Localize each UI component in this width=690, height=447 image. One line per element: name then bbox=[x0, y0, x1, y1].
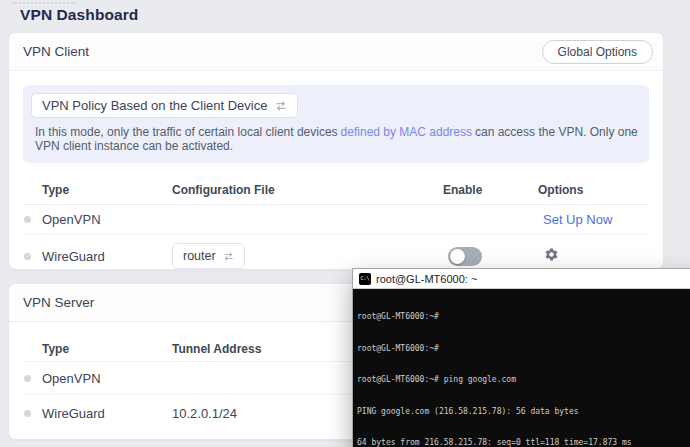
vpn-type-label: OpenVPN bbox=[42, 212, 172, 227]
terminal-line: PING google.com (216.58.215.78): 56 data… bbox=[357, 407, 690, 418]
col-options: Options bbox=[538, 183, 649, 197]
table-row-openvpn-client: OpenVPN Set Up Now bbox=[23, 205, 649, 235]
config-file-name: router bbox=[183, 249, 216, 263]
terminal-line: root@GL-MT6000:~# ping google.com bbox=[357, 375, 690, 386]
global-options-button[interactable]: Global Options bbox=[542, 40, 653, 64]
status-dot bbox=[24, 375, 31, 382]
toggle-knob bbox=[450, 249, 465, 264]
vpn-policy-info-box: VPN Policy Based on the Client Device In… bbox=[23, 85, 649, 163]
mac-address-link[interactable]: defined by MAC address bbox=[341, 125, 472, 139]
col-type: Type bbox=[42, 342, 172, 356]
col-enable: Enable bbox=[443, 183, 538, 197]
vpn-type-label: WireGuard bbox=[42, 249, 172, 264]
swap-icon bbox=[223, 251, 234, 262]
vpn-policy-label: VPN Policy Based on the Client Device bbox=[42, 98, 267, 113]
vpn-client-title: VPN Client bbox=[23, 44, 89, 59]
terminal-output[interactable]: root@GL-MT6000:~# root@GL-MT6000:~# root… bbox=[353, 289, 690, 447]
vpn-policy-selector-button[interactable]: VPN Policy Based on the Client Device bbox=[31, 93, 298, 118]
vpn-type-label: OpenVPN bbox=[42, 371, 172, 386]
set-up-now-link[interactable]: Set Up Now bbox=[538, 212, 649, 227]
cmd-icon: C:\ bbox=[359, 273, 371, 285]
vpn-client-card: VPN Client Global Options VPN Policy Bas… bbox=[8, 32, 664, 270]
status-dot bbox=[24, 253, 31, 260]
vpn-client-table: Type Configuration File Enable Options O… bbox=[23, 175, 649, 277]
vpn-client-card-header: VPN Client Global Options bbox=[9, 33, 663, 71]
terminal-titlebar[interactable]: C:\ root@GL-MT6000: ~ bbox=[353, 269, 690, 289]
gear-icon bbox=[544, 247, 559, 262]
config-file-selector-button[interactable]: router bbox=[172, 243, 245, 269]
page-title: VPN Dashboard bbox=[20, 6, 138, 24]
vpn-client-table-header: Type Configuration File Enable Options bbox=[23, 175, 649, 205]
terminal-line: 64 bytes from 216.58.215.78: seq=0 ttl=1… bbox=[357, 438, 690, 447]
col-type: Type bbox=[42, 183, 172, 197]
cutoff-element-fragment bbox=[12, 2, 76, 4]
terminal-line: root@GL-MT6000:~# bbox=[357, 312, 690, 323]
terminal-window[interactable]: C:\ root@GL-MT6000: ~ root@GL-MT6000:~# … bbox=[352, 268, 690, 447]
policy-description-prefix: In this mode, only the traffic of certai… bbox=[35, 125, 338, 139]
status-dot bbox=[24, 216, 31, 223]
swap-icon bbox=[275, 100, 287, 112]
status-dot bbox=[24, 410, 31, 417]
wireguard-enable-toggle[interactable] bbox=[448, 247, 482, 266]
col-configuration-file: Configuration File bbox=[172, 183, 443, 197]
terminal-title: root@GL-MT6000: ~ bbox=[376, 273, 477, 285]
wireguard-options-button[interactable] bbox=[544, 247, 559, 262]
vpn-server-title: VPN Server bbox=[23, 295, 94, 310]
terminal-line: root@GL-MT6000:~# bbox=[357, 344, 690, 355]
vpn-type-label: WireGuard bbox=[42, 406, 172, 421]
vpn-policy-description: In this mode, only the traffic of certai… bbox=[35, 125, 639, 153]
